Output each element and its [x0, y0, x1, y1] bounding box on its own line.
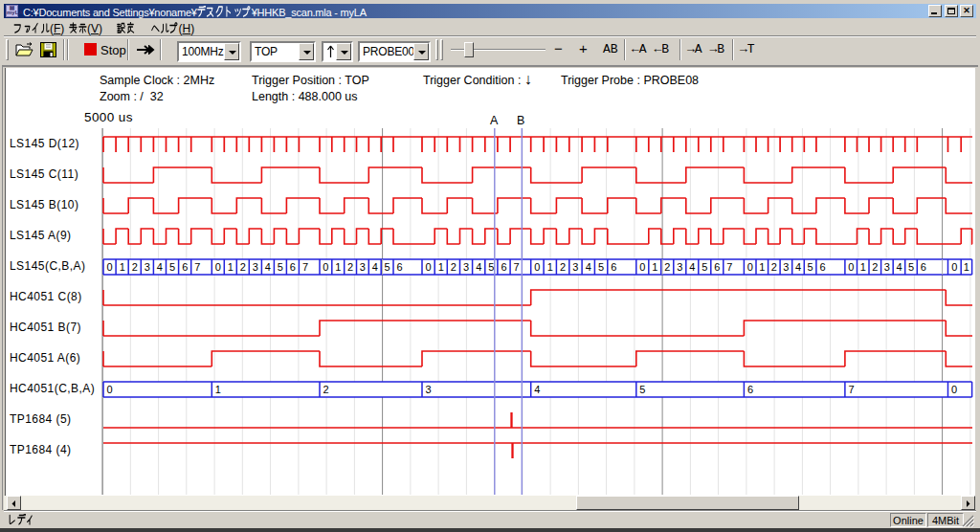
svg-text:3: 3: [572, 261, 578, 273]
svg-text:6: 6: [501, 261, 506, 273]
svg-text:1: 1: [964, 261, 969, 273]
svg-text:3: 3: [884, 261, 890, 273]
svg-text:6: 6: [747, 384, 753, 395]
svg-text:1: 1: [860, 261, 866, 273]
svg-text:5: 5: [702, 261, 707, 273]
svg-text:0: 0: [747, 261, 753, 273]
svg-text:1: 1: [228, 261, 234, 273]
svg-text:1: 1: [438, 261, 444, 273]
svg-text:4: 4: [157, 261, 163, 273]
svg-text:5: 5: [598, 261, 604, 273]
svg-text:2: 2: [771, 261, 777, 273]
svg-text:3: 3: [783, 261, 789, 273]
svg-text:2: 2: [451, 261, 457, 273]
svg-text:0: 0: [951, 384, 957, 395]
svg-text:5: 5: [908, 261, 914, 273]
svg-text:2: 2: [240, 261, 246, 273]
svg-text:0: 0: [107, 384, 113, 395]
svg-text:1: 1: [215, 384, 221, 395]
svg-text:2: 2: [560, 261, 566, 273]
svg-text:3: 3: [463, 261, 469, 273]
svg-text:2: 2: [323, 384, 329, 395]
svg-text:0: 0: [534, 261, 540, 273]
svg-text:7: 7: [514, 261, 520, 273]
svg-text:1: 1: [652, 261, 657, 273]
svg-text:0: 0: [951, 261, 957, 273]
svg-text:5: 5: [278, 261, 283, 273]
svg-text:5: 5: [169, 261, 175, 273]
svg-text:4: 4: [534, 384, 540, 395]
svg-text:7: 7: [726, 261, 732, 273]
svg-text:4: 4: [476, 261, 481, 273]
svg-text:6: 6: [611, 261, 616, 273]
svg-text:6: 6: [290, 261, 296, 273]
svg-text:4: 4: [689, 261, 695, 273]
svg-text:0: 0: [323, 261, 328, 273]
svg-text:0: 0: [107, 261, 113, 273]
svg-text:6: 6: [714, 261, 720, 273]
svg-text:3: 3: [145, 261, 150, 273]
svg-text:6: 6: [397, 261, 403, 273]
svg-text:4: 4: [896, 261, 902, 273]
svg-text:1: 1: [120, 261, 125, 273]
svg-text:4: 4: [586, 261, 591, 273]
svg-text:0: 0: [215, 261, 221, 273]
svg-text:4: 4: [372, 261, 378, 273]
svg-text:1: 1: [335, 261, 341, 273]
svg-text:0: 0: [848, 261, 854, 273]
svg-text:2: 2: [132, 261, 138, 273]
svg-text:3: 3: [677, 261, 682, 273]
svg-text:5: 5: [488, 261, 494, 273]
svg-text:3: 3: [253, 261, 258, 273]
svg-text:2: 2: [872, 261, 878, 273]
svg-text:7: 7: [302, 261, 308, 273]
svg-text:5: 5: [808, 261, 813, 273]
svg-text:2: 2: [664, 261, 670, 273]
svg-text:5: 5: [385, 261, 390, 273]
svg-text:0: 0: [426, 261, 432, 273]
svg-text:6: 6: [921, 261, 926, 273]
svg-text:4: 4: [265, 261, 271, 273]
svg-text:5: 5: [639, 384, 645, 395]
svg-text:1: 1: [759, 261, 765, 273]
svg-text:6: 6: [182, 261, 188, 273]
svg-text:2: 2: [347, 261, 353, 273]
svg-text:3: 3: [426, 384, 432, 395]
svg-text:7: 7: [194, 261, 200, 273]
svg-text:3: 3: [360, 261, 366, 273]
svg-text:4: 4: [795, 261, 801, 273]
svg-text:0: 0: [639, 261, 645, 273]
svg-text:1: 1: [547, 261, 553, 273]
svg-text:7: 7: [848, 384, 854, 395]
svg-text:6: 6: [819, 261, 825, 273]
